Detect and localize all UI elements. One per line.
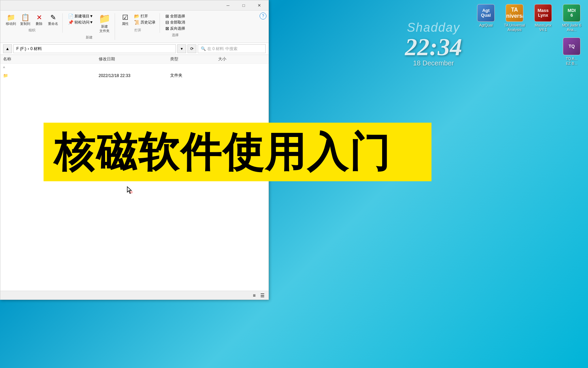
search-box[interactable]: 🔍 在 0 材料 中搜索 bbox=[198, 44, 266, 53]
status-bar: ≡ ☰ bbox=[0, 291, 268, 300]
mdi-jade-icon-text: MDI6 bbox=[568, 8, 576, 18]
select-group-vert: ⊞ 全部选择 ⊟ 全部取消 ⊠ 反向选择 bbox=[164, 13, 186, 31]
quick-access-icon: 📌 bbox=[68, 20, 74, 25]
desktop-icons-row-2: TQ TQ A...EZ B... bbox=[558, 36, 585, 67]
desktop-icon-ta-universal[interactable]: TAUniversal TA UniversalAnalysis bbox=[501, 3, 528, 33]
masslynx-label: MassLynxV4.1 bbox=[535, 23, 551, 32]
quick-access-button[interactable]: 📌 轻松访问▼ bbox=[67, 19, 95, 25]
masslynx-icon-text: MassLynx bbox=[538, 8, 549, 18]
new-folder-icon: 📁 bbox=[99, 14, 111, 24]
new-item-group: 📄 新建项目▼ 📌 轻松访问▼ bbox=[67, 13, 95, 25]
nav-refresh-button[interactable]: ⟳ bbox=[187, 44, 196, 53]
ta-universal-icon: TAUniversal bbox=[506, 4, 523, 22]
nav-up-button[interactable]: ▲ bbox=[3, 44, 12, 53]
properties-icon: ☑ bbox=[122, 14, 128, 21]
new-folder-button[interactable]: 📁 新建文件夹 bbox=[97, 13, 112, 34]
agtqual-icon-text: AgtQual bbox=[481, 8, 491, 18]
up-directory-button[interactable]: ^ bbox=[0, 65, 268, 71]
desktop-icons-row-1: AgtQual AgtQual TAUniversal TA Universal… bbox=[472, 3, 585, 33]
select-group-label: 选择 bbox=[172, 33, 179, 37]
ribbon: 📁 移动到 📋 复制到 ✕ 删除 ✎ 重命名 bbox=[0, 11, 268, 43]
ribbon-group-select: ⊞ 全部选择 ⊟ 全部取消 ⊠ 反向选择 选择 bbox=[163, 13, 189, 37]
address-breadcrumb: F (F:) › 0 材料 bbox=[16, 46, 42, 52]
ta-universal-icon-text: TAUniversal bbox=[506, 7, 523, 19]
desktop-icon-agtqual[interactable]: AgtQual AgtQual bbox=[472, 3, 500, 33]
agtqual-icon: AgtQual bbox=[477, 4, 495, 22]
desktop-icon-tqa[interactable]: TQ TQ A...EZ B... bbox=[558, 36, 585, 67]
new-group-label: 新建 bbox=[86, 35, 93, 40]
desktop-icon-mdi-jade[interactable]: MDI6 MDI Jade 6Ana... bbox=[558, 3, 585, 33]
help-button[interactable]: ? bbox=[260, 13, 266, 19]
desktop-icon-masslynx[interactable]: MassLynx MassLynxV4.1 bbox=[529, 3, 557, 33]
invert-select-icon: ⊠ bbox=[165, 26, 169, 31]
search-icon: 🔍 bbox=[201, 46, 206, 51]
deselect-all-button[interactable]: ⊟ 全部取消 bbox=[164, 19, 186, 25]
minimize-button[interactable]: ─ bbox=[220, 0, 236, 11]
new-item-button[interactable]: 📄 新建项目▼ bbox=[67, 13, 95, 19]
mdi-jade-icon: MDI6 bbox=[563, 4, 581, 22]
breadcrumb-drive: F (F:) bbox=[16, 46, 26, 51]
column-type: 类型 bbox=[170, 56, 218, 62]
ribbon-group-open: ☑ 属性 📂 打开 📜 历史记录 打开 bbox=[118, 13, 160, 33]
select-buttons: ⊞ 全部选择 ⊟ 全部取消 ⊠ 反向选择 bbox=[164, 13, 186, 31]
close-button[interactable]: ✕ bbox=[251, 0, 267, 11]
title-bar: ─ □ ✕ bbox=[0, 0, 268, 11]
column-date: 修改日期 bbox=[99, 56, 170, 62]
new-buttons: 📄 新建项目▼ 📌 轻松访问▼ 📁 新建文件夹 bbox=[67, 13, 112, 34]
search-placeholder: 在 0 材料 中搜索 bbox=[207, 46, 238, 52]
file-list-header: 名称 修改日期 类型 大小 bbox=[0, 55, 268, 64]
address-input[interactable]: F (F:) › 0 材料 bbox=[13, 44, 176, 53]
address-bar: ▲ F (F:) › 0 材料 ▾ ⟳ 🔍 在 0 材料 中搜索 bbox=[0, 43, 268, 55]
open-group-vert: 📂 打开 📜 历史记录 bbox=[133, 13, 157, 25]
clock-brand: Shadday bbox=[405, 20, 462, 35]
open-button[interactable]: 📂 打开 bbox=[133, 13, 157, 19]
copy-to-button[interactable]: 📋 复制到 bbox=[19, 13, 32, 27]
file-type: 文件夹 bbox=[170, 73, 218, 78]
new-item-icon: 📄 bbox=[68, 14, 74, 19]
deselect-all-icon: ⊟ bbox=[165, 20, 169, 25]
table-row[interactable]: 📁 2022/12/18 22:33 文件夹 bbox=[0, 71, 268, 80]
breadcrumb-folder: 0 材料 bbox=[30, 46, 42, 52]
ribbon-content: 📁 移动到 📋 复制到 ✕ 删除 ✎ 重命名 bbox=[3, 12, 266, 41]
ribbon-group-new: 📄 新建项目▼ 📌 轻松访问▼ 📁 新建文件夹 新建 bbox=[65, 13, 115, 40]
column-size: 大小 bbox=[218, 56, 266, 62]
desktop-icons-area: AgtQual AgtQual TAUniversal TA Universal… bbox=[469, 0, 588, 368]
copy-to-icon: 📋 bbox=[21, 14, 30, 21]
details-view-button[interactable]: ☰ bbox=[259, 292, 266, 299]
masslynx-icon: MassLynx bbox=[534, 4, 552, 22]
folder-icon: 📁 bbox=[3, 73, 8, 78]
tqa-label: TQ A...EZ B... bbox=[566, 57, 577, 65]
delete-button[interactable]: ✕ 删除 bbox=[33, 13, 45, 27]
history-icon: 📜 bbox=[134, 20, 140, 25]
open-group-label: 打开 bbox=[134, 28, 141, 33]
maximize-button[interactable]: □ bbox=[236, 0, 251, 11]
open-buttons: ☑ 属性 📂 打开 📜 历史记录 bbox=[119, 13, 157, 27]
select-all-icon: ⊞ bbox=[165, 14, 169, 19]
rename-icon: ✎ bbox=[50, 14, 56, 21]
select-all-button[interactable]: ⊞ 全部选择 bbox=[164, 13, 186, 19]
organize-buttons: 📁 移动到 📋 复制到 ✕ 删除 ✎ 重命名 bbox=[4, 13, 60, 27]
ribbon-group-organize: 📁 移动到 📋 复制到 ✕ 删除 ✎ 重命名 bbox=[3, 13, 63, 33]
move-to-button[interactable]: 📁 移动到 bbox=[4, 13, 17, 27]
rename-button[interactable]: ✎ 重命名 bbox=[47, 13, 60, 27]
tqa-icon: TQ bbox=[563, 37, 581, 55]
yellow-banner-text: 核磁软件使用入门 bbox=[54, 129, 421, 174]
agtqual-label: AgtQual bbox=[479, 23, 493, 28]
tqa-icon-text: TQ bbox=[569, 44, 575, 49]
open-icon: 📂 bbox=[134, 14, 140, 19]
column-name: 名称 bbox=[3, 56, 99, 62]
properties-button[interactable]: ☑ 属性 bbox=[119, 13, 131, 27]
organize-group-label: 组织 bbox=[29, 28, 35, 33]
invert-select-button[interactable]: ⊠ 反向选择 bbox=[164, 26, 186, 31]
yellow-banner: 核磁软件使用入门 bbox=[44, 123, 431, 181]
clock-overlay: Shadday 22:34 18 December bbox=[405, 20, 462, 67]
file-name: 📁 bbox=[3, 73, 99, 78]
move-to-icon: 📁 bbox=[7, 14, 15, 21]
history-button[interactable]: 📜 历史记录 bbox=[133, 19, 157, 25]
nav-dropdown-button[interactable]: ▾ bbox=[177, 44, 186, 53]
file-modified: 2022/12/18 22:33 bbox=[99, 73, 170, 78]
clock-date: 18 December bbox=[405, 59, 462, 67]
ta-universal-label: TA UniversalAnalysis bbox=[504, 23, 525, 32]
list-view-button[interactable]: ≡ bbox=[251, 292, 258, 299]
delete-icon: ✕ bbox=[36, 14, 42, 21]
